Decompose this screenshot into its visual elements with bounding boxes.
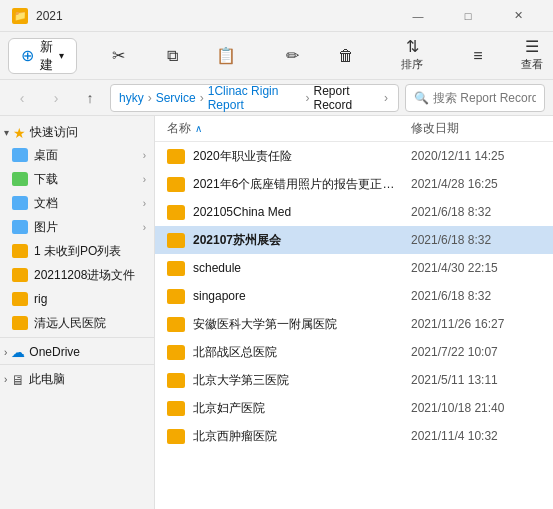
file-row[interactable]: 北京西肿瘤医院 2021/11/4 10:32 (155, 422, 553, 450)
documents-folder-icon (12, 196, 28, 210)
sidebar-item-entry-files[interactable]: 20211208进场文件 (0, 263, 154, 287)
quick-access-header[interactable]: ▾ ★ 快速访问 (0, 120, 154, 143)
view-label: 查看 (521, 57, 543, 72)
po-list-folder-icon (12, 244, 28, 258)
sort-label: 排序 (401, 57, 423, 72)
folder-icon (167, 429, 185, 444)
name-column-header[interactable]: 名称 ∧ (167, 120, 411, 137)
sort-arrow-icon: ∧ (195, 123, 202, 134)
cut-button[interactable]: ✂ (93, 36, 143, 76)
onedrive-cloud-icon: ☁ (11, 344, 25, 360)
sidebar-item-desktop[interactable]: 桌面 › (0, 143, 154, 167)
folder-icon (167, 177, 185, 192)
folder-icon (167, 317, 185, 332)
file-name: 北京妇产医院 (193, 400, 403, 417)
breadcrumb-sep-4: › (384, 91, 388, 105)
date-column-header[interactable]: 修改日期 (411, 120, 541, 137)
paste-button[interactable]: 📋 (201, 36, 251, 76)
sidebar-item-download[interactable]: 下载 › (0, 167, 154, 191)
sidebar-item-po-list[interactable]: 1 未收到PO列表 (0, 239, 154, 263)
breadcrumb-part-1: hyky (119, 91, 144, 105)
file-name: singapore (193, 289, 403, 303)
toolbar: ⊕ 新建 ▾ ✂ ⧉ 📋 ✏ 🗑 ⇅ 排序 ≡ ☰ 查看 (0, 32, 553, 80)
window-icon: 📁 (12, 8, 28, 24)
breadcrumb[interactable]: hyky › Service › 1Clinac Rigin Report › … (110, 84, 399, 112)
sidebar-item-label-entry-files: 20211208进场文件 (34, 267, 146, 284)
address-bar: ‹ › ↑ hyky › Service › 1Clinac Rigin Rep… (0, 80, 553, 116)
up-button[interactable]: ↑ (76, 84, 104, 112)
file-date: 2021/10/18 21:40 (411, 401, 541, 415)
folder-icon (167, 233, 185, 248)
entry-files-folder-icon (12, 268, 28, 282)
quick-access-star-icon: ★ (13, 125, 26, 141)
sidebar-item-label-po-list: 1 未收到PO列表 (34, 243, 146, 260)
more-button[interactable]: ≡ (453, 36, 503, 76)
quick-access-label: 快速访问 (30, 124, 78, 141)
search-icon: 🔍 (414, 91, 429, 105)
sidebar-divider-1 (0, 337, 154, 338)
folder-icon (167, 373, 185, 388)
file-row[interactable]: 安徽医科大学第一附属医院 2021/11/26 16:27 (155, 310, 553, 338)
sidebar-item-label-pictures: 图片 (34, 219, 137, 236)
sidebar-item-documents[interactable]: 文档 › (0, 191, 154, 215)
rename-button[interactable]: ✏ (267, 36, 317, 76)
onedrive-header[interactable]: › ☁ OneDrive (0, 340, 154, 362)
close-button[interactable]: ✕ (495, 0, 541, 32)
sort-button[interactable]: ⇅ 排序 (387, 36, 437, 76)
sidebar-item-label-download: 下载 (34, 171, 137, 188)
file-row[interactable]: 北京妇产医院 2021/10/18 21:40 (155, 394, 553, 422)
file-row[interactable]: schedule 2021/4/30 22:15 (155, 254, 553, 282)
file-row[interactable]: 北部战区总医院 2021/7/22 10:07 (155, 338, 553, 366)
back-button[interactable]: ‹ (8, 84, 36, 112)
sidebar-item-pictures[interactable]: 图片 › (0, 215, 154, 239)
sidebar: ▾ ★ 快速访问 桌面 › 下载 › 文档 › 图片 › 1 未收到PO列表 (0, 116, 155, 509)
folder-icon (167, 289, 185, 304)
sidebar-item-qingyuan[interactable]: 清远人民医院 (0, 311, 154, 335)
cut-icon: ✂ (112, 48, 125, 64)
file-name: 202105China Med (193, 205, 403, 219)
file-name: 2020年职业责任险 (193, 148, 403, 165)
more-icon: ≡ (473, 48, 482, 64)
new-label: 新建 (40, 38, 53, 74)
documents-arrow-icon: › (143, 198, 146, 209)
file-date: 2021/11/26 16:27 (411, 317, 541, 331)
minimize-button[interactable]: — (395, 0, 441, 32)
folder-icon (167, 261, 185, 276)
file-date: 2021/11/4 10:32 (411, 429, 541, 443)
sort-icon: ⇅ (406, 39, 419, 55)
maximize-button[interactable]: □ (445, 0, 491, 32)
quick-access-chevron: ▾ (4, 127, 9, 138)
pictures-arrow-icon: › (143, 222, 146, 233)
file-name: 北京西肿瘤医院 (193, 428, 403, 445)
sidebar-item-label-documents: 文档 (34, 195, 137, 212)
file-date: 2021/6/18 8:32 (411, 205, 541, 219)
search-box[interactable]: 🔍 (405, 84, 545, 112)
folder-icon (167, 149, 185, 164)
rig-folder-icon (12, 292, 28, 306)
file-row[interactable]: 202105China Med 2021/6/18 8:32 (155, 198, 553, 226)
sidebar-item-label-desktop: 桌面 (34, 147, 137, 164)
forward-button[interactable]: › (42, 84, 70, 112)
file-name: 北京大学第三医院 (193, 372, 403, 389)
new-button[interactable]: ⊕ 新建 ▾ (8, 38, 77, 74)
file-row[interactable]: 北京大学第三医院 2021/5/11 13:11 (155, 366, 553, 394)
delete-button[interactable]: 🗑 (321, 36, 371, 76)
qingyuan-folder-icon (12, 316, 28, 330)
file-name: 安徽医科大学第一附属医院 (193, 316, 403, 333)
folder-icon (167, 345, 185, 360)
file-date: 2021/7/22 10:07 (411, 345, 541, 359)
breadcrumb-part-3: 1Clinac Rigin Report (208, 84, 302, 112)
file-name: schedule (193, 261, 403, 275)
view-button[interactable]: ☰ 查看 (507, 36, 553, 76)
search-input[interactable] (433, 91, 536, 105)
file-row-selected[interactable]: 202107苏州展会 2021/6/18 8:32 (155, 226, 553, 254)
file-row[interactable]: 2020年职业责任险 2020/12/11 14:25 (155, 142, 553, 170)
sidebar-item-rig[interactable]: rig (0, 287, 154, 311)
onedrive-label: OneDrive (29, 345, 80, 359)
sidebar-item-label-rig: rig (34, 292, 146, 306)
copy-button[interactable]: ⧉ (147, 36, 197, 76)
file-row[interactable]: singapore 2021/6/18 8:32 (155, 282, 553, 310)
file-row[interactable]: 2021年6个底座错用照片的报告更正版报... 2021/4/28 16:25 (155, 170, 553, 198)
pc-header[interactable]: › 🖥 此电脑 (0, 367, 154, 390)
breadcrumb-part-2: Service (156, 91, 196, 105)
